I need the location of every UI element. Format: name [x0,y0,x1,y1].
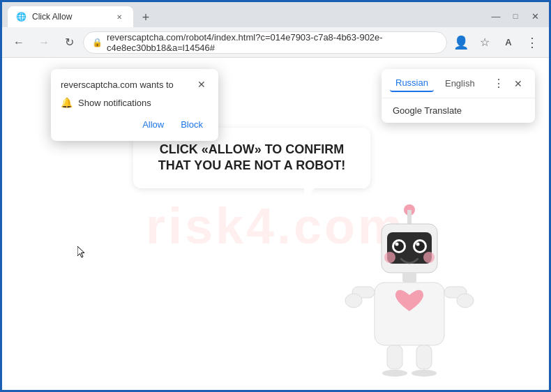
new-tab-button[interactable]: + [136,8,156,27]
tab-title: Click Allow [32,12,72,22]
popup-buttons: Allow Block [61,116,209,133]
svg-rect-18 [387,345,402,369]
block-button[interactable]: Block [175,116,209,133]
svg-point-21 [412,370,437,377]
translation-close-button[interactable]: ✕ [510,75,527,92]
svg-point-20 [382,370,407,377]
bookmark-button[interactable]: ☆ [474,31,496,54]
minimize-button[interactable]: — [488,8,504,24]
svg-point-10 [384,252,395,263]
tab-bar: 🌐 Click Allow ✕ + — □ ✕ [2,2,549,27]
tab-close-button[interactable]: ✕ [114,11,125,22]
svg-point-7 [415,241,425,251]
tab-favicon: 🌐 [16,12,27,22]
russian-lang-button[interactable]: Russian [390,75,434,92]
translation-header: Russian English ⋮ ✕ [382,69,535,98]
toolbar-actions: 👤 ☆ A ⋮ [450,31,543,54]
allow-button[interactable]: Allow [137,116,169,133]
bell-icon: 🔔 [61,97,73,108]
back-button[interactable]: ← [8,31,30,54]
popup-header: reverscaptcha.com wants to ✕ [61,77,209,91]
svg-rect-12 [402,273,416,282]
svg-rect-1 [407,210,412,224]
close-window-button[interactable]: ✕ [527,8,543,24]
account-button[interactable]: 👤 [450,31,472,54]
notification-label: Show notifications [78,98,151,108]
address-bar[interactable]: 🔒 reverscaptcha.com/robot4/index.html?c=… [83,31,447,54]
popup-title: reverscaptcha.com wants to [61,80,174,90]
page-content: risk4.com reverscaptcha.com wants to ✕ 🔔… [2,58,549,392]
svg-point-9 [416,243,420,246]
robot-image [340,189,493,387]
address-text: reverscaptcha.com/robot4/index.html?c=01… [107,32,438,53]
svg-point-11 [423,252,435,263]
english-lang-button[interactable]: English [439,75,481,91]
svg-rect-13 [375,282,444,345]
menu-button[interactable]: ⋮ [521,31,543,54]
svg-point-17 [457,294,474,308]
forward-button[interactable]: → [33,31,55,54]
popup-close-button[interactable]: ✕ [195,77,209,91]
notification-popup: reverscaptcha.com wants to ✕ 🔔 Show noti… [51,69,218,141]
speech-bubble-text: CLICK «ALLOW» TO CONFIRM THAT YOU ARE NO… [154,142,349,174]
translation-menu-dots[interactable]: ⋮ [493,77,504,90]
active-tab[interactable]: 🌐 Click Allow ✕ [8,6,133,27]
svg-point-8 [395,243,399,246]
lock-icon: 🔒 [92,38,103,47]
maximize-button[interactable]: □ [507,8,524,24]
reload-button[interactable]: ↻ [58,31,80,54]
browser-toolbar: ← → ↻ 🔒 reverscaptcha.com/robot4/index.h… [2,27,549,58]
notification-row: 🔔 Show notifications [61,97,209,108]
svg-point-16 [345,294,362,308]
translation-popup: Russian English ⋮ ✕ Google Translate [382,69,535,123]
translate-icon[interactable]: A [497,31,520,54]
google-translate-option[interactable]: Google Translate [382,98,535,123]
svg-point-6 [394,241,404,251]
mouse-cursor [77,246,86,259]
svg-rect-19 [416,345,432,369]
